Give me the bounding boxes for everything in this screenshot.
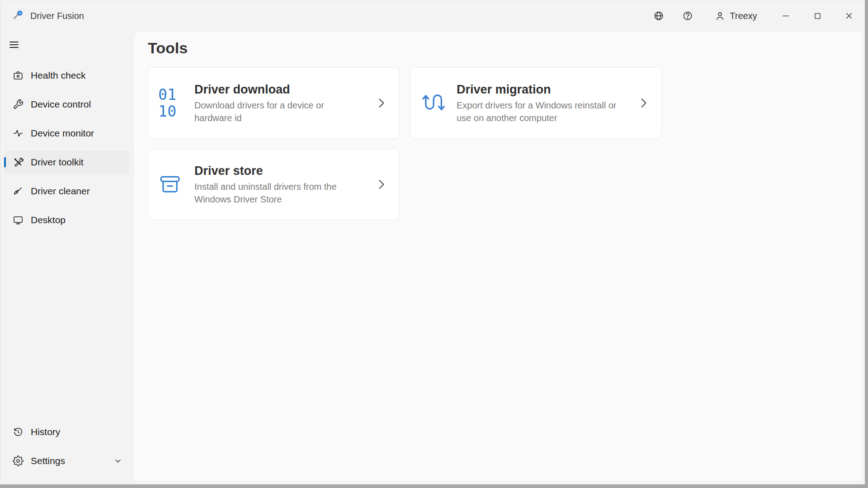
close-icon bbox=[844, 11, 854, 21]
archive-box-icon bbox=[158, 173, 186, 196]
chevron-down-icon bbox=[114, 457, 122, 465]
sidebar-item-driver-cleaner[interactable]: Driver cleaner bbox=[4, 179, 129, 203]
card-driver-migration[interactable]: Driver migration Export drivers for a Wi… bbox=[410, 67, 662, 139]
sidebar-item-label: History bbox=[31, 427, 60, 437]
crossed-tools-icon bbox=[13, 157, 24, 168]
app-window: Driver Fusion bbox=[0, 0, 865, 484]
hamburger-icon bbox=[9, 40, 19, 51]
sidebar-item-history[interactable]: History bbox=[4, 420, 129, 444]
card-text: Driver store Install and uninstall drive… bbox=[194, 164, 363, 206]
binary-line-1: 01 bbox=[158, 86, 177, 103]
chevron-right-icon bbox=[375, 178, 388, 191]
minimize-icon bbox=[781, 11, 791, 21]
maximize-icon bbox=[813, 11, 822, 21]
selected-indicator bbox=[4, 157, 6, 168]
main-content: Tools 01 10 Driver download Download dri… bbox=[133, 31, 862, 481]
tools-card-grid: 01 10 Driver download Download drivers f… bbox=[148, 67, 663, 220]
page-title: Tools bbox=[148, 39, 862, 57]
card-title: Driver store bbox=[194, 164, 363, 178]
question-icon bbox=[682, 10, 693, 21]
sidebar-nav: Health check Device control Device monit… bbox=[0, 64, 133, 232]
app-title: Driver Fusion bbox=[30, 11, 84, 21]
titlebar-actions: Treexy bbox=[644, 0, 865, 31]
sidebar-item-health-check[interactable]: Health check bbox=[4, 64, 129, 87]
card-title: Driver migration bbox=[457, 82, 625, 97]
person-icon bbox=[715, 11, 725, 21]
sidebar-item-label: Driver toolkit bbox=[31, 157, 84, 168]
titlebar: Driver Fusion bbox=[0, 0, 865, 31]
language-button[interactable] bbox=[644, 0, 673, 31]
wrench-icon bbox=[13, 99, 24, 110]
sidebar-item-device-monitor[interactable]: Device monitor bbox=[4, 122, 129, 145]
card-text: Driver download Download drivers for a d… bbox=[194, 82, 363, 124]
card-description: Download drivers for a device or hardwar… bbox=[194, 99, 363, 124]
sidebar: Health check Device control Device monit… bbox=[0, 31, 133, 481]
sidebar-item-label: Device control bbox=[31, 99, 91, 110]
chevron-right-icon bbox=[375, 96, 388, 110]
sidebar-item-label: Health check bbox=[31, 70, 85, 81]
app-identity: Driver Fusion bbox=[12, 9, 84, 23]
card-driver-store[interactable]: Driver store Install and uninstall drive… bbox=[148, 149, 400, 220]
history-clock-icon bbox=[13, 427, 24, 437]
binary-digits-icon: 01 10 bbox=[158, 86, 186, 120]
card-driver-download[interactable]: 01 10 Driver download Download drivers f… bbox=[148, 67, 400, 139]
account-name: Treexy bbox=[730, 11, 757, 21]
chevron-right-icon bbox=[637, 96, 651, 110]
monitor-icon bbox=[13, 215, 24, 225]
sidebar-item-label: Settings bbox=[31, 455, 65, 466]
card-text: Driver migration Export drivers for a Wi… bbox=[457, 82, 625, 124]
minimize-button[interactable] bbox=[770, 0, 802, 31]
sidebar-item-device-control[interactable]: Device control bbox=[4, 93, 129, 116]
s-curve-arrows-icon bbox=[420, 90, 448, 116]
card-description: Export drivers for a Windows reinstall o… bbox=[457, 99, 625, 124]
binary-line-2: 10 bbox=[158, 103, 177, 120]
sidebar-item-desktop[interactable]: Desktop bbox=[4, 208, 129, 232]
menu-toggle-button[interactable] bbox=[4, 37, 25, 54]
card-description: Install and uninstall drivers from the W… bbox=[194, 180, 363, 206]
first-aid-kit-icon bbox=[13, 70, 24, 81]
sidebar-item-settings[interactable]: Settings bbox=[4, 449, 129, 473]
sidebar-item-label: Desktop bbox=[31, 215, 66, 225]
sidebar-item-label: Device monitor bbox=[31, 128, 94, 139]
help-button[interactable] bbox=[673, 0, 702, 31]
broom-icon bbox=[13, 186, 24, 197]
sidebar-footer: History Settings bbox=[0, 420, 133, 478]
account-button[interactable]: Treexy bbox=[702, 0, 770, 31]
close-button[interactable] bbox=[833, 0, 865, 31]
gear-icon bbox=[13, 455, 24, 466]
app-logo-icon bbox=[12, 9, 24, 23]
activity-pulse-icon bbox=[13, 128, 24, 139]
sidebar-item-driver-toolkit[interactable]: Driver toolkit bbox=[4, 150, 129, 174]
globe-icon bbox=[653, 10, 664, 21]
card-title: Driver download bbox=[194, 82, 363, 97]
maximize-button[interactable] bbox=[802, 0, 833, 31]
sidebar-item-label: Driver cleaner bbox=[31, 186, 90, 197]
